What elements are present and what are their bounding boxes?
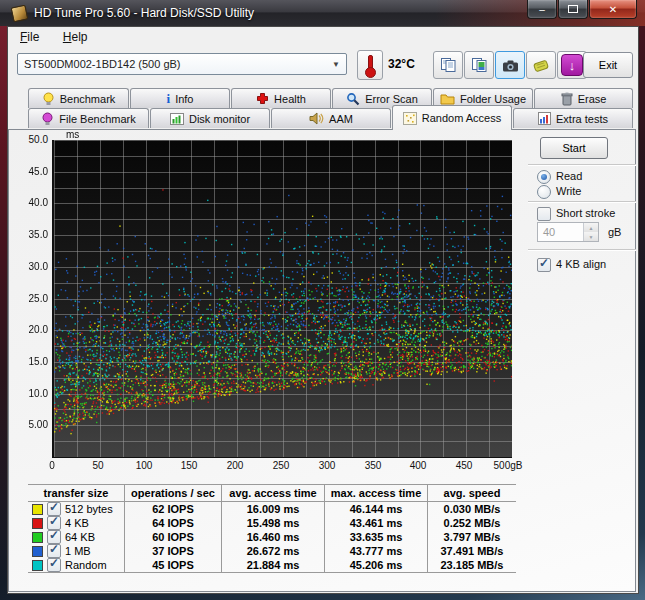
temperature-button[interactable]: [357, 50, 383, 80]
max-value: 33.635 ms: [325, 530, 428, 544]
x-tick: 100: [122, 460, 166, 471]
write-radio[interactable]: [537, 185, 551, 199]
camera-icon: [502, 58, 519, 73]
y-tick: 15.0: [16, 356, 48, 367]
file-benchmark-icon: [41, 112, 54, 126]
y-tick: 45.0: [16, 166, 48, 177]
speed-value: 23.185 MB/s: [428, 558, 517, 573]
tab-info[interactable]: i Info: [130, 88, 230, 108]
trash-icon: [561, 92, 573, 106]
y-tick: 50.0: [16, 134, 48, 145]
series-swatch: [32, 546, 43, 557]
series-swatch: [32, 504, 43, 515]
random-access-icon: [403, 112, 417, 125]
series-label: 4 KB: [65, 517, 89, 529]
x-tick: 400: [396, 460, 440, 471]
speed-value: 0.030 MB/s: [428, 502, 517, 517]
maximize-button[interactable]: [558, 0, 588, 19]
series-label: 64 KB: [65, 531, 95, 543]
col-avg-speed: avg. speed: [428, 485, 517, 502]
folder-icon: [440, 93, 455, 105]
y-tick: 35.0: [16, 229, 48, 240]
x-tick: 200: [213, 460, 257, 471]
extra-tests-icon: [538, 112, 551, 125]
tab-disk-monitor[interactable]: Disk monitor: [150, 108, 270, 128]
tab-random-access[interactable]: Random Access: [392, 105, 512, 130]
table-row: 64 KB 60 IOPS 16.460 ms 33.635 ms 3.797 …: [28, 530, 516, 544]
magnifier-icon: [346, 92, 360, 106]
avg-value: 21.884 ms: [222, 558, 325, 573]
read-radio[interactable]: [537, 170, 551, 184]
chevron-down-icon: ▼: [332, 60, 340, 69]
table-row: 512 bytes 62 IOPS 16.009 ms 46.144 ms 0.…: [28, 502, 516, 517]
x-tick: 150: [167, 460, 211, 471]
align-checkbox[interactable]: [537, 258, 551, 272]
x-tick: 350: [351, 460, 395, 471]
short-stroke-size-spinner[interactable]: 40 ▲ ▼: [537, 222, 599, 242]
short-stroke-checkbox[interactable]: [537, 207, 551, 221]
x-tick: 50: [76, 460, 120, 471]
temperature-value: 32°C: [388, 57, 415, 71]
series-swatch: [32, 518, 43, 529]
y-tick: 10.0: [16, 388, 48, 399]
minimize-button[interactable]: –: [527, 0, 557, 19]
tab-extra-tests[interactable]: Extra tests: [513, 108, 633, 128]
x-tick: 250: [259, 460, 303, 471]
col-transfer-size: transfer size: [28, 485, 125, 502]
menu-file[interactable]: File: [13, 27, 46, 47]
screenshot-button[interactable]: [495, 51, 525, 79]
tab-file-benchmark[interactable]: File Benchmark: [28, 108, 149, 128]
menu-help[interactable]: Help: [56, 27, 95, 47]
col-avg-access: avg. access time: [222, 485, 325, 502]
maximize-icon: [568, 5, 578, 13]
y-tick: 25.0: [16, 293, 48, 304]
results-table: transfer size operations / sec avg. acce…: [28, 484, 516, 573]
tab-erase[interactable]: Erase: [534, 88, 633, 108]
max-value: 43.461 ms: [325, 516, 428, 530]
short-stroke-size-value: 40: [543, 226, 555, 238]
series-swatch: [32, 560, 43, 571]
health-cross-icon: [256, 92, 269, 105]
info-icon: i: [167, 91, 171, 107]
drive-select-dropdown[interactable]: ST500DM002-1BD142 (500 gB) ▼: [17, 53, 347, 75]
y-tick: 40.0: [16, 197, 48, 208]
export-button[interactable]: [526, 51, 556, 79]
download-arrow-icon: ↓: [561, 54, 583, 76]
col-operations: operations / sec: [125, 485, 222, 502]
tab-aam[interactable]: AAM: [271, 108, 391, 128]
start-button[interactable]: Start: [540, 137, 608, 159]
ops-value: 37 IOPS: [125, 544, 222, 558]
table-row: 1 MB 37 IOPS 26.672 ms 43.777 ms 37.491 …: [28, 544, 516, 558]
short-stroke-unit: gB: [608, 226, 621, 238]
series-label: 1 MB: [65, 545, 91, 557]
series-checkbox[interactable]: [47, 558, 61, 572]
exit-button[interactable]: Exit: [583, 52, 633, 78]
close-button[interactable]: ✕: [589, 0, 637, 19]
series-swatch: [32, 532, 43, 543]
copy-image-button[interactable]: [464, 51, 494, 79]
copy-text-icon: [440, 57, 457, 73]
benchmark-icon: [42, 92, 55, 106]
col-max-access: max. access time: [325, 485, 428, 502]
separator: [528, 249, 636, 251]
copy-image-icon: [471, 57, 488, 73]
ops-value: 64 IOPS: [125, 516, 222, 530]
ops-value: 60 IOPS: [125, 530, 222, 544]
max-value: 46.144 ms: [325, 502, 428, 517]
short-stroke-label: Short stroke: [556, 207, 615, 219]
disk-monitor-icon: [170, 113, 184, 125]
speed-value: 0.252 MB/s: [428, 516, 517, 530]
app-icon: [11, 5, 29, 23]
spinner-up-icon[interactable]: ▲: [584, 223, 598, 232]
spinner-down-icon[interactable]: ▼: [584, 232, 598, 241]
avg-value: 26.672 ms: [222, 544, 325, 558]
x-tick: 300: [305, 460, 349, 471]
tab-health[interactable]: Health: [231, 88, 331, 108]
tab-benchmark[interactable]: Benchmark: [28, 88, 129, 108]
menu-bar: File Help: [8, 27, 637, 48]
max-value: 43.777 ms: [325, 544, 428, 558]
speed-value: 37.491 MB/s: [428, 544, 517, 558]
table-row: 4 KB 64 IOPS 15.498 ms 43.461 ms 0.252 M…: [28, 516, 516, 530]
copy-text-button[interactable]: [433, 51, 463, 79]
series-label: Random: [65, 559, 107, 571]
